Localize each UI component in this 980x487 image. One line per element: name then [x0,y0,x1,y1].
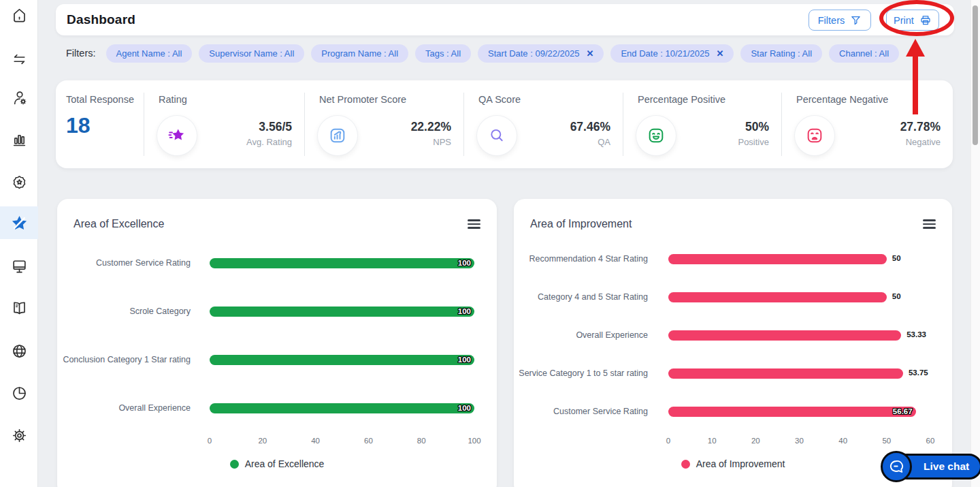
bar[interactable]: 100 [210,307,474,317]
stat-value: 50% [738,120,769,134]
stat-sub: Avg. Rating [246,137,292,147]
sad-face-icon [795,116,834,155]
bar-chart-icon [11,131,28,148]
x-axis-tick: 0 [208,437,212,445]
legend-dot [681,460,690,469]
filter-chips: Agent Name : AllSupervisor Name : AllPro… [106,44,900,63]
bar-value-label: 56.67 [893,407,913,415]
filter-chip-label: End Date : 10/21/2025 [621,48,709,59]
sidebar-item-agents[interactable] [0,81,38,114]
bar[interactable]: 100 [210,258,474,268]
badge-star-icon [11,174,28,191]
stat-label: Total Response [66,94,134,105]
bar-value-label: 53.75 [909,368,928,377]
sidebar-item-reviews-active[interactable] [0,206,38,239]
bar[interactable]: 100 [210,355,474,365]
book-icon [11,300,28,317]
bar-category-label: Conclusion Category 1 Star rating [57,348,191,371]
sidebar-item-home[interactable] [0,0,38,31]
stat-negative: Percentage Negative 27.78% Negative [781,80,953,168]
transfer-icon [11,51,28,68]
stat-sub: NPS [411,137,451,147]
bar[interactable] [668,368,903,379]
stat-label: Net Promoter Score [319,94,406,105]
chart-legend[interactable]: Area of Excellence [57,458,497,469]
stat-sub: QA [570,137,610,147]
filter-bar: Filters: Agent Name : AllSupervisor Name… [56,40,954,67]
x-axis-tick: 0 [666,437,670,445]
stat-positive: Percentage Positive 50% Positive [623,80,781,168]
filters-button-label: Filters [818,15,845,26]
filter-chip-label: Channel : All [839,48,889,59]
bar[interactable] [668,254,887,264]
stat-value: 27.78% [900,120,941,134]
filters-button[interactable]: Filters [808,10,871,31]
chart-title: Area of Excellence [74,218,164,230]
chart-card-area-of-improvement: Area of ImprovementRecommendation 4 Star… [514,199,952,487]
stat-sub: Positive [738,137,769,147]
x-axis-tick: 60 [926,437,935,445]
filter-chip-label: Supervisor Name : All [209,48,294,59]
chart-menu-icon[interactable] [468,219,480,231]
monitor-icon [11,257,28,274]
legend-label: Area of Improvement [696,458,785,469]
filter-chip[interactable]: Start Date : 09/22/2025✕ [478,44,604,63]
stat-label: Rating [159,94,187,105]
filters-label: Filters: [66,48,96,59]
x-axis-tick: 10 [708,437,717,445]
chart-card-area-of-excellence: Area of ExcellenceCustomer Service Ratin… [57,199,497,487]
sidebar-item-transfer[interactable] [0,43,38,76]
filter-chip[interactable]: Channel : All [829,44,899,63]
sidebar-item-settings[interactable] [0,419,38,452]
stat-value: 67.46% [570,120,610,134]
bar[interactable]: 56.67 [668,407,916,417]
stat-value: 18 [66,113,91,138]
legend-label: Area of Excellence [245,458,325,469]
globe-icon [11,343,28,360]
sidebar-item-quality[interactable] [0,166,38,198]
stat-label: Percentage Positive [638,94,725,105]
x-axis-tick: 100 [468,437,480,445]
trend-chart-icon [318,116,357,155]
chip-close-icon[interactable]: ✕ [587,48,594,59]
stat-nps: Net Promoter Score 22.22% NPS [304,80,463,168]
filter-chip[interactable]: Program Name : All [311,44,408,63]
print-button[interactable]: Print [886,10,939,31]
filter-chip-label: Start Date : 09/22/2025 [488,48,579,59]
user-gear-icon [11,89,28,106]
legend-dot [230,460,239,469]
filter-chip[interactable]: End Date : 10/21/2025✕ [610,44,734,63]
happy-face-icon [636,116,676,155]
bar-category-label: Scrole Category [57,300,191,323]
chip-close-icon[interactable]: ✕ [717,48,724,59]
bar-category-label: Overall Experience [57,396,191,420]
filter-chip[interactable]: Supervisor Name : All [199,44,304,63]
bar[interactable]: 100 [210,403,474,413]
chart-title: Area of Improvement [530,218,632,230]
chart-menu-icon[interactable] [923,219,936,231]
bar-value-label: 50 [892,292,901,300]
star-icon [157,116,197,155]
bar-value-label: 50 [892,254,901,262]
sidebar [0,0,38,487]
bar-value-label: 100 [458,356,471,364]
stats-card: Total Response 18 Rating 3.56/5 Avg. Rat… [56,80,953,168]
print-button-label: Print [894,15,914,26]
bar[interactable] [668,330,901,341]
magnifier-icon [477,116,517,155]
sidebar-item-analytics[interactable] [0,123,38,155]
sidebar-item-library[interactable] [0,292,38,324]
bar-category-label: Category 4 and 5 Star Rating [514,285,648,309]
filter-chip-label: Tags : All [425,48,461,59]
sidebar-item-monitor[interactable] [0,249,38,282]
filter-chip[interactable]: Agent Name : All [106,44,193,63]
scrollbar-thumb[interactable] [973,5,978,145]
x-axis-tick: 60 [364,437,373,445]
stat-value: 22.22% [411,120,451,134]
sidebar-item-web[interactable] [0,334,38,367]
filter-chip[interactable]: Star Rating : All [740,44,822,63]
sidebar-item-reports[interactable] [0,377,38,409]
bar[interactable] [668,292,887,302]
scrollbar-track[interactable] [970,0,980,487]
filter-chip[interactable]: Tags : All [415,44,471,63]
